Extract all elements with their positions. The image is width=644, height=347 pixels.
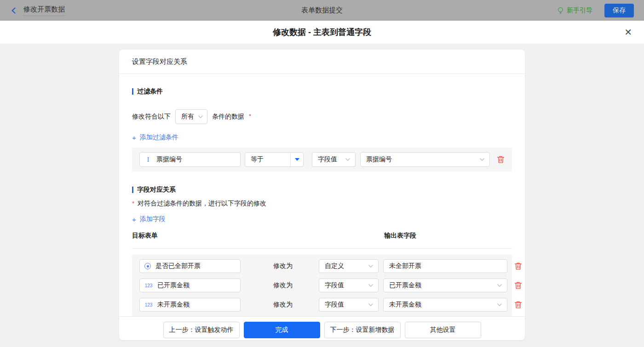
close-icon[interactable]: ✕ [624, 28, 632, 37]
mapping-column-header: 目标表单 输出表字段 [132, 232, 512, 249]
filter-value-select[interactable]: 票据编号 [360, 152, 490, 167]
delete-row-trash-icon[interactable] [514, 262, 522, 270]
card-header-title: 设置字段对应关系 [119, 50, 525, 74]
match-mode-select[interactable]: 所有 [175, 109, 207, 124]
text-field-icon: I [144, 156, 152, 164]
output-field-select[interactable]: 已开票金额 [383, 279, 507, 292]
value-type-select[interactable]: 字段值 [312, 152, 356, 167]
radio-field-icon [144, 263, 151, 269]
settings-card: 设置字段对应关系 过滤条件 修改符合以下 所有 条件的数据 * + 添加过滤条件 [119, 50, 525, 340]
mapping-rows-panel: 是否已全部开票 修改为 自定义 123 已开票 [132, 255, 512, 316]
required-mark: * [132, 200, 134, 207]
chevron-down-icon [368, 283, 374, 288]
target-field-box[interactable]: 是否已全部开票 [139, 259, 241, 273]
number-field-icon: 123 [144, 302, 153, 307]
next-step-button[interactable]: 下一步：设置新增数据 [324, 322, 401, 338]
beginner-guide-link[interactable]: 新手引导 [557, 6, 592, 15]
beginner-guide-label: 新手引导 [567, 6, 592, 15]
match-prefix-label: 修改符合以下 [132, 113, 171, 121]
back-nav[interactable]: 修改开票数据 [10, 5, 65, 16]
target-field-box[interactable]: 123 已开票金额 [139, 279, 241, 292]
mapping-row: 123 已开票金额 修改为 字段值 已开票金额 [139, 279, 505, 292]
target-field-box[interactable]: 123 未开票金额 [139, 298, 241, 312]
back-chevron-icon[interactable] [10, 7, 17, 14]
value-type-select[interactable]: 字段值 [319, 298, 379, 312]
chevron-down-icon [368, 302, 374, 307]
number-field-icon: 123 [144, 283, 153, 288]
prev-step-button[interactable]: 上一步：设置触发动作 [163, 322, 240, 338]
plus-icon: + [132, 134, 136, 142]
target-field-label: 是否已全部开票 [155, 262, 201, 270]
target-field-label: 未开票金额 [157, 301, 190, 309]
other-settings-button[interactable]: 其他设置 [405, 322, 481, 338]
workflow-name[interactable]: 修改开票数据 [23, 5, 65, 16]
triangle-down-icon [295, 158, 299, 161]
chevron-down-icon [479, 157, 485, 162]
filter-field-label: 票据编号 [156, 155, 182, 164]
dialog-title: 修改数据 - 主表到普通字段 [273, 27, 371, 38]
value-type-select[interactable]: 字段值 [319, 279, 379, 292]
delete-row-trash-icon[interactable] [514, 281, 522, 290]
modify-to-label: 修改为 [270, 301, 296, 309]
dialog-header: 修改数据 - 主表到普通字段 ✕ [0, 21, 644, 44]
lightbulb-icon [557, 7, 564, 14]
add-filter-condition-link[interactable]: + 添加过滤条件 [132, 133, 178, 142]
mapping-description: * 对符合过滤条件的数据，进行以下字段的修改 [132, 199, 512, 208]
section-bar [132, 88, 133, 95]
mapping-section-title: 字段对应关系 [132, 186, 512, 194]
operator-select[interactable]: 等于 [245, 152, 304, 167]
card-footer: 上一步：设置触发动作 完成 下一步：设置新增数据 其他设置 [119, 316, 525, 343]
required-mark: * [249, 113, 251, 119]
filter-field-box[interactable]: I 票据编号 [139, 152, 241, 167]
value-type-value: 字段值 [318, 155, 337, 164]
chevron-down-icon [345, 157, 351, 162]
value-type-select[interactable]: 自定义 [319, 259, 379, 273]
output-field-select[interactable]: 未开票金额 [383, 298, 507, 312]
modal-body: 设置字段对应关系 过滤条件 修改符合以下 所有 条件的数据 * + 添加过滤条件 [0, 44, 644, 347]
modify-to-label: 修改为 [270, 262, 296, 270]
filter-section-title: 过滤条件 [132, 87, 512, 96]
chevron-down-icon [497, 283, 502, 288]
chevron-down-icon [368, 263, 374, 269]
modify-to-label: 修改为 [270, 281, 296, 290]
chevron-down-icon [497, 302, 502, 307]
column-target-form: 目标表单 [132, 232, 384, 240]
custom-value-input[interactable] [383, 259, 507, 273]
section-bar [132, 187, 133, 193]
done-button[interactable]: 完成 [244, 322, 320, 338]
filter-condition-panel: I 票据编号 等于 字段值 票据编号 [132, 148, 512, 171]
page-title: 表单数据提交 [0, 6, 644, 15]
filter-condition-row: I 票据编号 等于 字段值 票据编号 [139, 152, 505, 167]
delete-condition-trash-icon[interactable] [496, 155, 505, 164]
operator-arrow-section[interactable] [290, 153, 303, 166]
filter-value-label: 票据编号 [366, 155, 392, 164]
delete-row-trash-icon[interactable] [514, 301, 522, 309]
plus-icon: + [132, 216, 136, 223]
chevron-down-icon [198, 114, 203, 119]
mapping-row: 123 未开票金额 修改为 字段值 未开票金额 [139, 298, 505, 312]
operator-value: 等于 [245, 153, 290, 166]
top-bar: 修改开票数据 表单数据提交 新手引导 保存 [0, 0, 644, 21]
mapping-row: 是否已全部开票 修改为 自定义 [139, 259, 505, 273]
add-field-link[interactable]: + 添加字段 [132, 215, 166, 223]
save-button[interactable]: 保存 [604, 4, 634, 17]
column-output-field: 输出表字段 [384, 232, 416, 240]
match-suffix-label: 条件的数据 [212, 113, 244, 121]
target-field-label: 已开票金额 [157, 281, 190, 290]
match-mode-value: 所有 [181, 113, 194, 121]
